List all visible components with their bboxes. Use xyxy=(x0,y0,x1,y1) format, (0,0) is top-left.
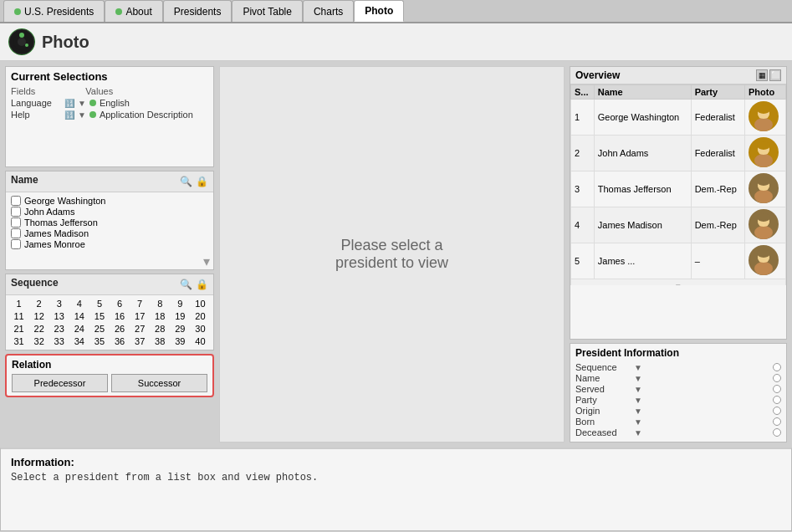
president-info-field-sequence[interactable]: Sequence ▼ xyxy=(575,362,781,372)
president-info-field-born[interactable]: Born ▼ xyxy=(575,417,781,427)
list-item-john-adams[interactable]: John Adams xyxy=(11,207,208,217)
svg-point-22 xyxy=(754,226,773,239)
seq-cell-26[interactable]: 26 xyxy=(110,323,130,335)
president-info-field-party[interactable]: Party ▼ xyxy=(575,395,781,405)
seq-cell-19[interactable]: 19 xyxy=(171,310,190,322)
seq-cell-39[interactable]: 39 xyxy=(171,335,190,347)
col-seq[interactable]: S... xyxy=(571,85,595,100)
president-info-field-origin[interactable]: Origin ▼ xyxy=(575,406,781,416)
seq-cell-5[interactable]: 5 xyxy=(89,298,109,309)
list-item-james-monroe[interactable]: James Monroe xyxy=(11,239,208,249)
tab-pivot-table[interactable]: Pivot Table xyxy=(232,0,302,22)
seq-cell-31[interactable]: 31 xyxy=(9,335,28,347)
name-lock-icon[interactable]: 🔒 xyxy=(196,176,208,187)
name-search-icon[interactable]: 🔍 xyxy=(180,176,192,187)
seq-cell-20[interactable]: 20 xyxy=(191,310,210,322)
name-list: George Washington John Adams Thomas Jeff… xyxy=(6,192,213,253)
radio-origin[interactable] xyxy=(773,407,781,415)
checkbox-thomas-jefferson[interactable] xyxy=(11,217,21,228)
seq-cell-8[interactable]: 8 xyxy=(151,298,170,309)
seq-cell-10[interactable]: 10 xyxy=(191,298,210,309)
current-selections-columns: Fields Values xyxy=(11,86,208,96)
predecessor-button[interactable]: Predecessor xyxy=(12,374,108,392)
tab-presidents[interactable]: Presidents xyxy=(163,0,232,22)
seq-cell-14[interactable]: 14 xyxy=(69,310,89,322)
table-row[interactable]: 2John AdamsFederalist xyxy=(571,136,786,171)
seq-lock-icon[interactable]: 🔒 xyxy=(196,279,208,290)
seq-cell-2[interactable]: 2 xyxy=(29,298,49,309)
president-info-field-served[interactable]: Served ▼ xyxy=(575,384,781,394)
tab-photo[interactable]: Photo xyxy=(354,0,404,22)
table-row[interactable]: 4James MadisonDem.-Rep xyxy=(571,207,786,243)
seq-cell-23[interactable]: 23 xyxy=(49,323,69,335)
overview-icon-window[interactable]: ⬜ xyxy=(769,69,781,81)
tab-dot-presidents xyxy=(14,8,21,15)
seq-cell-4[interactable]: 4 xyxy=(69,298,89,309)
president-info-box: President Information Sequence ▼ Name ▼ … xyxy=(570,343,787,442)
col-party[interactable]: Party xyxy=(691,85,744,100)
svg-point-24 xyxy=(757,213,770,222)
seq-cell-27[interactable]: 27 xyxy=(130,323,150,335)
radio-name[interactable] xyxy=(773,374,781,382)
radio-sequence[interactable] xyxy=(773,363,781,371)
seq-cell-28[interactable]: 28 xyxy=(151,323,170,335)
seq-cell-30[interactable]: 30 xyxy=(191,323,210,335)
svg-point-3 xyxy=(19,33,24,38)
seq-cell-18[interactable]: 18 xyxy=(151,310,170,322)
list-item-thomas-jefferson[interactable]: Thomas Jefferson xyxy=(11,217,208,228)
seq-cell-38[interactable]: 38 xyxy=(151,335,170,347)
checkbox-james-madison[interactable] xyxy=(11,228,21,238)
seq-cell-6[interactable]: 6 xyxy=(110,298,130,309)
seq-cell-1[interactable]: 1 xyxy=(9,298,28,309)
president-info-field-deceased[interactable]: Deceased ▼ xyxy=(575,427,781,437)
seq-cell-9[interactable]: 9 xyxy=(171,298,190,309)
radio-served[interactable] xyxy=(773,385,781,393)
checkbox-george-washington[interactable] xyxy=(11,196,21,206)
seq-cell-11[interactable]: 11 xyxy=(9,310,28,322)
cs-icon-help: 🔢 xyxy=(64,110,74,120)
seq-cell-21[interactable]: 21 xyxy=(9,323,28,335)
col-photo[interactable]: Photo xyxy=(744,85,785,100)
seq-cell-24[interactable]: 24 xyxy=(69,323,89,335)
col-name[interactable]: Name xyxy=(594,85,691,100)
left-panel: Current Selections Fields Values Languag… xyxy=(5,66,214,442)
successor-button[interactable]: Successor xyxy=(111,374,207,392)
placeholder-text: Please select a president to view xyxy=(335,237,448,272)
seq-search-icon[interactable]: 🔍 xyxy=(180,279,192,290)
checkbox-james-monroe[interactable] xyxy=(11,239,21,249)
seq-cell-13[interactable]: 13 xyxy=(49,310,69,322)
seq-cell-32[interactable]: 32 xyxy=(29,335,49,347)
tab-us-presidents[interactable]: U.S. Presidents xyxy=(3,0,105,22)
seq-cell-35[interactable]: 35 xyxy=(89,335,109,347)
seq-cell-33[interactable]: 33 xyxy=(49,335,69,347)
seq-cell-37[interactable]: 37 xyxy=(130,335,150,347)
seq-cell-15[interactable]: 15 xyxy=(89,310,109,322)
seq-cell-7[interactable]: 7 xyxy=(130,298,150,309)
seq-cell-34[interactable]: 34 xyxy=(69,335,89,347)
radio-deceased[interactable] xyxy=(773,428,781,437)
checkbox-john-adams[interactable] xyxy=(11,207,21,217)
table-row[interactable]: 3Thomas JeffersonDem.-Rep xyxy=(571,171,786,207)
arrow-icon: ▼ xyxy=(634,407,642,416)
president-info-field-name[interactable]: Name ▼ xyxy=(575,373,781,383)
table-row[interactable]: 1George WashingtonFederalist xyxy=(571,100,786,136)
relation-buttons: Predecessor Successor xyxy=(12,374,207,392)
seq-cell-36[interactable]: 36 xyxy=(110,335,130,347)
seq-cell-40[interactable]: 40 xyxy=(191,335,210,347)
seq-cell-29[interactable]: 29 xyxy=(171,323,190,335)
seq-cell-16[interactable]: 16 xyxy=(110,310,130,322)
tab-about[interactable]: About xyxy=(105,0,162,22)
tab-charts[interactable]: Charts xyxy=(303,0,354,22)
sequence-header: Sequence 🔍 🔒 xyxy=(6,274,213,295)
seq-cell-25[interactable]: 25 xyxy=(89,323,109,335)
radio-party[interactable] xyxy=(773,396,781,404)
list-item-james-madison[interactable]: James Madison xyxy=(11,228,208,238)
seq-cell-12[interactable]: 12 xyxy=(29,310,49,322)
list-item-george-washington[interactable]: George Washington xyxy=(11,196,208,206)
table-row[interactable]: 5James ...– xyxy=(571,243,786,279)
overview-icon-table[interactable]: ▦ xyxy=(756,69,768,81)
seq-cell-3[interactable]: 3 xyxy=(49,298,69,309)
seq-cell-17[interactable]: 17 xyxy=(130,310,150,322)
radio-born[interactable] xyxy=(773,417,781,426)
seq-cell-22[interactable]: 22 xyxy=(29,323,49,335)
